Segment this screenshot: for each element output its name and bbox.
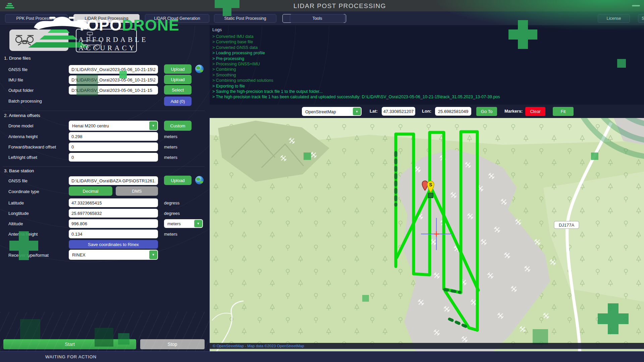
log-line: > Exporting to file [212, 83, 641, 89]
longitude-input[interactable] [69, 209, 158, 218]
markers-label: Markers: [504, 109, 523, 114]
log-line: > Loading processing profile [212, 50, 641, 56]
logs-panel: Logs > Converted IMU data> Converting ba… [210, 25, 644, 105]
road-label: DJ177A [554, 221, 579, 229]
fit-button[interactable]: Fit [553, 107, 574, 116]
save-rinex-button[interactable]: Save coordinates to Rinex [69, 240, 158, 249]
start-button[interactable]: Start [3, 339, 136, 349]
base-antenna-height-unit: meters [164, 232, 177, 237]
chevron-down-icon: ▼ [194, 220, 202, 227]
lon-label: Lon: [422, 109, 431, 114]
forward-backward-label: Forward/backward offset [8, 144, 56, 149]
chevron-down-icon: ▼ [149, 250, 157, 259]
logo-wordmark: TOPODRONE [77, 17, 179, 33]
log-line: > Combining [212, 67, 641, 72]
log-line: > Converting base file [212, 39, 641, 45]
base-gnss-label: GNSS file [8, 178, 28, 183]
base-globe-icon[interactable] [195, 176, 204, 184]
altitude-input[interactable] [69, 219, 158, 228]
log-line: > Smoothing [212, 72, 641, 78]
settings-button[interactable]: Settings [638, 14, 644, 23]
minimize-button[interactable] [632, 5, 640, 6]
output-select-button[interactable]: Select [164, 85, 192, 95]
longitude-unit: degrees [164, 211, 180, 216]
left-right-input[interactable] [69, 153, 158, 162]
base-antenna-height-input[interactable] [69, 230, 158, 238]
log-line: > Combining smoothed solutions [212, 78, 641, 83]
logo-tagline: AFFORDABLE ACCURACY [78, 36, 148, 52]
log-line: > Converted GNSS data [212, 45, 641, 50]
divider [3, 111, 205, 111]
map[interactable]: S DJ177A © OpenStreetMap - Map data ©202… [210, 118, 644, 351]
log-line: > The high-precision track file 1 has be… [212, 94, 641, 100]
map-attribution: © OpenStreetMap - Map data ©2023 OpenStr… [210, 343, 644, 349]
base-station-marker[interactable] [428, 193, 433, 198]
status-bar: WAITING FOR ACTION [0, 351, 644, 362]
divider [3, 166, 205, 167]
left-right-label: Left/right offset [8, 155, 37, 160]
batch-add-button[interactable]: Add (0) [164, 97, 192, 106]
output-folder-input[interactable] [69, 86, 158, 95]
map-lon-input[interactable] [435, 107, 471, 116]
log-line: > Saving the high-precision track file 1… [212, 89, 641, 94]
antenna-height-label: Antenna height [8, 134, 38, 139]
drone-model-label: Drone model [8, 123, 33, 128]
section-base-station-title: 3. Base station [4, 168, 34, 173]
stop-button[interactable]: Stop [140, 339, 205, 349]
gnss-file-input[interactable] [69, 65, 158, 74]
altitude-unit-select[interactable]: meters ▼ [164, 219, 203, 228]
section-drone-files-title: 1. Drone files [4, 56, 31, 61]
base-antenna-height-label: Antenna height [8, 232, 38, 237]
log-line: > Pre-processing [212, 56, 641, 61]
window-title: LIDAR POST PROCESSING [293, 2, 386, 10]
latitude-label: Latitude [8, 200, 24, 205]
altitude-label: Altitude [8, 221, 23, 226]
map-provider-select[interactable]: OpenStreetMap ▼ [302, 107, 362, 116]
forward-backward-unit: meters [164, 144, 177, 149]
title-bar: LIDAR POST PROCESSING [0, 0, 644, 11]
svg-text:© OpenStreetMap - Map data ©20: © OpenStreetMap - Map data ©2023 OpenStr… [213, 344, 304, 348]
forward-backward-input[interactable] [69, 142, 158, 151]
coordinate-type-label: Coordinate type [8, 189, 39, 194]
left-right-unit: meters [164, 155, 177, 160]
antenna-height-input[interactable] [69, 132, 158, 141]
svg-text:DJ177A: DJ177A [559, 223, 575, 228]
clear-markers-button[interactable]: Clear [525, 107, 545, 116]
log-line: > Converted IMU data [212, 34, 641, 39]
longitude-label: Longtitude [8, 211, 29, 216]
base-upload-button[interactable]: Upload [164, 176, 192, 185]
drone-model-select[interactable]: Henai M200 centru ▼ [69, 121, 158, 131]
receiver-type-label: Receiver type/format [8, 253, 49, 258]
section-antenna-offsets-title: 2. Antenna offsets [4, 113, 40, 118]
imu-upload-button[interactable]: Upload [164, 75, 192, 84]
tab-tools[interactable]: Tools [290, 14, 345, 23]
base-gnss-input[interactable] [69, 176, 158, 185]
lidar-post-processing-window: LIDAR POST PROCESSING PPK Post Processin… [0, 0, 644, 362]
receiver-type-select[interactable]: RINEX ▼ [69, 250, 158, 260]
goto-button[interactable]: Go To [476, 107, 497, 116]
logs-title: Logs [212, 27, 222, 32]
batch-processing-label: Batch processing [8, 99, 42, 104]
svg-text:S: S [429, 182, 432, 187]
status-text: WAITING FOR ACTION [45, 354, 97, 359]
tab-static-post-processing[interactable]: Static Post Processing [214, 14, 276, 23]
gnss-upload-button[interactable]: Upload [164, 64, 192, 74]
decimal-toggle[interactable]: Decimal [69, 186, 112, 196]
latitude-unit: degress [164, 200, 179, 205]
latitude-input[interactable] [69, 198, 158, 207]
gnss-globe-icon[interactable] [195, 65, 204, 73]
log-lines: > Converted IMU data> Converting base fi… [212, 34, 641, 100]
output-folder-label: Output folder [8, 88, 34, 93]
menu-icon[interactable] [5, 2, 15, 9]
imu-file-input[interactable] [69, 75, 158, 84]
square-decor [20, 319, 40, 339]
map-control-bar: OpenStreetMap ▼ Lat: Lon: Go To Markers:… [210, 105, 644, 118]
imu-file-label: IMU file [8, 77, 23, 82]
dms-toggle[interactable]: DMS [116, 186, 158, 196]
map-lat-input[interactable] [382, 107, 415, 116]
lat-label: Lat: [370, 109, 378, 114]
custom-model-button[interactable]: Custom [164, 121, 192, 131]
gnss-file-label: GNSS file [8, 67, 28, 72]
chevron-down-icon: ▼ [149, 121, 157, 130]
license-button[interactable]: License [598, 14, 630, 23]
